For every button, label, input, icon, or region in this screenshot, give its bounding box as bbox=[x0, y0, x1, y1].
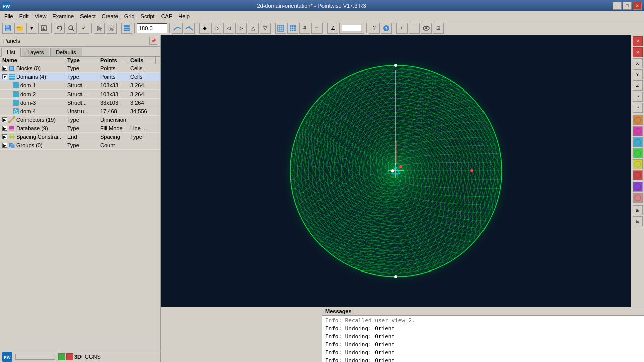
tree-row[interactable]: ▶ Blocks (0) Type Points Cells bbox=[0, 64, 160, 73]
rt-render2[interactable] bbox=[633, 126, 643, 136]
diamond1-button[interactable]: ◆ bbox=[199, 23, 210, 34]
tree-row[interactable]: dom-1 Struct... 103x33 3,264 bbox=[0, 81, 160, 90]
open-button[interactable] bbox=[14, 23, 25, 34]
expand-groups[interactable]: ▶ bbox=[2, 143, 7, 148]
select-button[interactable] bbox=[94, 23, 105, 34]
text-button[interactable] bbox=[339, 23, 364, 34]
tree-table[interactable]: Name Type Points Cells ▶ Blocks (0) Type… bbox=[0, 57, 160, 351]
menu-item-grid[interactable]: Grid bbox=[121, 13, 138, 20]
rt-x-axis[interactable]: X bbox=[633, 58, 643, 68]
rt-render7[interactable] bbox=[633, 182, 643, 192]
right-arrow-button[interactable]: ▷ bbox=[235, 23, 247, 34]
row-col2: Struct... bbox=[65, 90, 98, 98]
maximize-button[interactable]: □ bbox=[623, 2, 632, 10]
messages-header: Messages ⧉ ✕ bbox=[322, 307, 644, 316]
rt-z-axis[interactable]: Z bbox=[633, 80, 643, 90]
viewport[interactable]: ✛ bbox=[161, 35, 631, 307]
curve2-button[interactable] bbox=[184, 23, 195, 34]
tree-row[interactable]: dom-3 Struct... 33x103 3,264 bbox=[0, 99, 160, 107]
plus-button[interactable]: + bbox=[396, 23, 408, 34]
rt-render4[interactable] bbox=[633, 148, 643, 158]
tree-row[interactable]: dom-4 Unstru... 17,468 34,556 bbox=[0, 107, 160, 116]
tab-layers[interactable]: Layers bbox=[22, 48, 49, 56]
rt-render8[interactable] bbox=[633, 193, 643, 203]
tab-defaults[interactable]: Defaults bbox=[50, 48, 82, 56]
tree-row[interactable]: ▶ Connectors (19) Type Dimension bbox=[0, 116, 160, 124]
msg-line: Info: Undoing: Orient bbox=[325, 357, 644, 362]
rt-close2[interactable]: ✕ bbox=[633, 47, 643, 57]
examine-button[interactable] bbox=[66, 23, 77, 34]
left-arrow-button[interactable]: ◁ bbox=[223, 23, 234, 34]
arrow-down-button[interactable]: ▼ bbox=[26, 23, 37, 34]
menu-item-create[interactable]: Create bbox=[99, 13, 121, 20]
rt-y-axis[interactable]: Y bbox=[633, 69, 643, 79]
hash-button[interactable]: # bbox=[299, 23, 310, 34]
angle2-button[interactable]: ∠ bbox=[327, 23, 338, 34]
menu-item-select[interactable]: Select bbox=[77, 13, 99, 20]
menu-item-examine[interactable]: Examine bbox=[49, 13, 77, 20]
select2-button[interactable] bbox=[106, 23, 117, 34]
row-col4: 3,264 bbox=[128, 82, 156, 89]
curve-button[interactable] bbox=[172, 23, 183, 34]
connector-icon bbox=[8, 116, 15, 123]
menu-item-file[interactable]: File bbox=[1, 13, 16, 20]
rt-close1[interactable]: ✕ bbox=[633, 36, 643, 46]
expand-database[interactable]: ▶ bbox=[2, 126, 7, 131]
pw-logo: PW bbox=[2, 352, 12, 362]
row-name: dom-2 bbox=[0, 90, 65, 98]
tree-row[interactable]: dom-2 Struct... 103x33 3,264 bbox=[0, 90, 160, 99]
row-col4 bbox=[128, 119, 156, 120]
rt-render3[interactable] bbox=[633, 137, 643, 147]
panel-pin-button[interactable]: 📌 bbox=[149, 37, 157, 45]
expand-blocks[interactable]: ▶ bbox=[2, 66, 7, 71]
tree-row[interactable]: ▼ Domains (4) Type Points Cells bbox=[0, 73, 160, 81]
msg-line: Info: Undoing: Orient bbox=[325, 341, 644, 349]
row-name: ▶ Blocks (0) bbox=[0, 64, 65, 72]
tree-row[interactable]: ▶ Spacing Constrai... End Spacing Type bbox=[0, 133, 160, 141]
undo-button[interactable] bbox=[54, 23, 65, 34]
up-arrow-button[interactable]: △ bbox=[248, 23, 259, 34]
svg-text:PW: PW bbox=[3, 4, 10, 9]
save-button[interactable] bbox=[2, 23, 13, 34]
domain-icon bbox=[8, 73, 15, 80]
expand-connectors[interactable]: ▶ bbox=[2, 117, 7, 122]
help2-button[interactable]: ? bbox=[381, 23, 392, 34]
menu-item-help[interactable]: Help bbox=[175, 13, 193, 20]
minus-button[interactable]: − bbox=[409, 23, 420, 34]
minimize-button[interactable]: ─ bbox=[613, 2, 622, 10]
grid3-button[interactable]: ⊡ bbox=[433, 23, 444, 34]
rt-iso1[interactable]: ↗ bbox=[633, 92, 643, 102]
tree-row[interactable]: ▶ Database (9) Type Fill Mode Line ... bbox=[0, 124, 160, 133]
msg-line: Info: Undoing: Orient bbox=[325, 333, 644, 341]
expand-spacing[interactable]: ▶ bbox=[2, 134, 7, 139]
close-button[interactable]: ✕ bbox=[633, 2, 642, 10]
rt-render1[interactable] bbox=[633, 115, 643, 125]
unstruct-domain-icon bbox=[12, 108, 19, 115]
expand-domains[interactable]: ▼ bbox=[2, 74, 7, 79]
row-col4 bbox=[128, 145, 156, 146]
rt-bottom2[interactable]: ⊟ bbox=[633, 216, 643, 226]
menu-item-script[interactable]: Script bbox=[138, 13, 158, 20]
import-button[interactable] bbox=[38, 23, 49, 34]
rt-render6[interactable] bbox=[633, 170, 643, 180]
menu-item-view[interactable]: View bbox=[32, 13, 50, 20]
grid1-button[interactable] bbox=[275, 23, 286, 34]
angle-input[interactable] bbox=[137, 23, 167, 33]
down-arrow-button[interactable]: ▽ bbox=[260, 23, 271, 34]
rt-iso2[interactable]: ↗ bbox=[633, 103, 643, 113]
diamond2-button[interactable]: ◇ bbox=[211, 23, 222, 34]
check-button[interactable]: ✓ bbox=[78, 23, 89, 34]
rt-bottom1[interactable]: ⊞ bbox=[633, 205, 643, 215]
lines-button[interactable]: ≡ bbox=[311, 23, 323, 34]
grid-view-button[interactable] bbox=[121, 23, 132, 34]
menu-item-edit[interactable]: Edit bbox=[16, 13, 32, 20]
mesh-canvas bbox=[225, 50, 567, 292]
tree-row[interactable]: ▶ Groups (0) Type Count bbox=[0, 141, 160, 150]
rt-render5[interactable] bbox=[633, 159, 643, 169]
messages-body[interactable]: Info: Recalled user view 2. Info: Undoin… bbox=[322, 316, 644, 362]
help1-button[interactable]: ? bbox=[369, 23, 380, 34]
menu-item-cae[interactable]: CAE bbox=[158, 13, 176, 20]
grid2-button[interactable] bbox=[287, 23, 298, 34]
tab-list[interactable]: List bbox=[1, 48, 21, 57]
eye-button[interactable] bbox=[421, 23, 432, 34]
